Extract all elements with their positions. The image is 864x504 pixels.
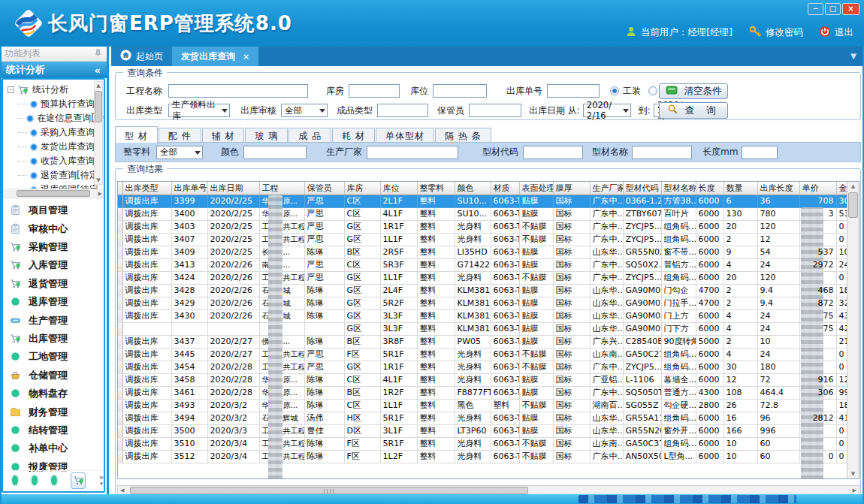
- cell[interactable]: 4: [724, 309, 757, 322]
- cell[interactable]: C区: [344, 373, 380, 386]
- cell[interactable]: 6063-T5: [491, 220, 519, 233]
- cell[interactable]: 60: [757, 450, 799, 463]
- cell[interactable]: 陈琳: [304, 450, 344, 463]
- sidebar-item-label[interactable]: 入库管理: [29, 258, 68, 272]
- cell[interactable]: 门拉手...: [661, 297, 696, 309]
- cell[interactable]: 国标: [553, 207, 590, 220]
- tree-item-label[interactable]: 发货出库查询: [41, 140, 95, 153]
- cell[interactable]: GA50C27: [623, 348, 661, 361]
- sidebar-item[interactable]: 项目管理: [3, 201, 104, 219]
- column-header[interactable]: 库房: [344, 182, 380, 195]
- cell[interactable]: 2020/3/2: [207, 399, 259, 412]
- cell[interactable]: 6063-T5: [491, 207, 519, 220]
- sidebar-item-label[interactable]: 仓储管理: [29, 369, 68, 382]
- bullet-icon[interactable]: [30, 158, 38, 165]
- column-header[interactable]: 出库类型: [122, 182, 171, 195]
- cell[interactable]: 6000: [696, 437, 724, 450]
- cell[interactable]: 广东中...: [590, 258, 623, 271]
- tree-item-label[interactable]: 收货入库查询: [41, 155, 95, 167]
- column-header[interactable]: 数量: [724, 182, 757, 195]
- cell[interactable]: 2812: [799, 412, 836, 424]
- cell[interactable]: 6000: [696, 220, 724, 233]
- cell[interactable]: 2020/2/26: [207, 284, 259, 297]
- cell[interactable]: 4: [724, 258, 757, 271]
- cell[interactable]: 国标: [553, 361, 590, 373]
- cell[interactable]: 2020/2/28: [207, 361, 259, 373]
- factory-input[interactable]: [367, 146, 458, 159]
- cell[interactable]: 不贴膜: [519, 450, 553, 463]
- column-header[interactable]: 长度: [696, 182, 724, 195]
- column-header[interactable]: 整零料: [417, 182, 455, 195]
- cell[interactable]: D区: [344, 424, 380, 437]
- cell[interactable]: 整料: [417, 348, 455, 361]
- color-input[interactable]: [243, 146, 307, 159]
- cell[interactable]: B区: [344, 335, 380, 348]
- cell[interactable]: 72.8: [757, 399, 799, 412]
- circle-icon[interactable]: [10, 351, 22, 363]
- cell[interactable]: SQ5050T20: [623, 386, 661, 399]
- cell[interactable]: 6000: [696, 207, 724, 220]
- tree-item-label[interactable]: 退货查询[待定]: [41, 169, 101, 182]
- tab-close-icon[interactable]: ×: [243, 52, 249, 62]
- sidebar-item-label[interactable]: 退库管理: [29, 295, 68, 309]
- cell[interactable]: PW05: [455, 335, 491, 348]
- cell[interactable]: L型角...: [661, 450, 696, 463]
- cell[interactable]: 门上方: [661, 309, 696, 322]
- cell[interactable]: 国标: [553, 220, 590, 233]
- category-tab[interactable]: 成 品: [289, 128, 331, 142]
- cell[interactable]: C区: [344, 207, 380, 220]
- clear-conditions-button[interactable]: 清空条件: [659, 83, 728, 99]
- cell[interactable]: 3407: [171, 233, 207, 246]
- cell[interactable]: 6063-T5: [491, 271, 519, 284]
- cell[interactable]: 1R2F: [380, 386, 417, 399]
- cell[interactable]: 国标: [553, 412, 590, 424]
- cell[interactable]: 3409: [171, 246, 207, 258]
- cell[interactable]: 468: [799, 284, 836, 297]
- cell[interactable]: 90度转角: [661, 335, 696, 348]
- cell[interactable]: [799, 424, 836, 437]
- scroll-thumb[interactable]: [848, 192, 858, 218]
- column-header[interactable]: 型材名称: [661, 182, 696, 195]
- tab-shipment-query[interactable]: 发货出库查询 ×: [172, 47, 258, 66]
- order-no-input[interactable]: [547, 84, 600, 98]
- cell[interactable]: 6063-T5: [491, 246, 519, 258]
- cell[interactable]: [799, 271, 836, 284]
- cell[interactable]: 2: [724, 233, 757, 246]
- cell[interactable]: 4: [724, 348, 757, 361]
- bullet-icon[interactable]: [30, 129, 38, 137]
- cell[interactable]: 整料: [417, 195, 455, 207]
- out-type-select[interactable]: 生产领料出库: [168, 104, 230, 117]
- cell[interactable]: 整料: [417, 437, 455, 450]
- cell[interactable]: 严思: [304, 233, 344, 246]
- sidebar-item-label[interactable]: 财务管理: [29, 406, 68, 419]
- cell[interactable]: 166: [724, 424, 757, 437]
- scroll-thumb[interactable]: [17, 190, 90, 197]
- cell[interactable]: 3430: [171, 309, 207, 322]
- cell[interactable]: 贴膜: [519, 258, 553, 271]
- sidebar-item[interactable]: 结转管理: [3, 421, 104, 439]
- cell[interactable]: ZYCJP5...: [623, 220, 661, 233]
- cell[interactable]: 组角码...: [661, 220, 696, 233]
- cell[interactable]: SU10...: [455, 207, 491, 220]
- tree-item[interactable]: 在途信息查询[待: [3, 111, 104, 125]
- cell[interactable]: 国标: [553, 437, 590, 450]
- cell[interactable]: 调拨出库: [122, 309, 171, 322]
- cell[interactable]: [304, 322, 344, 335]
- grid-header-row[interactable]: 出库类型出库单号出库日期工程保管员库房库位整零料颜色材质表面处理膜厚生产厂家型材…: [118, 182, 859, 195]
- cell[interactable]: 4L1F: [380, 207, 417, 220]
- cell[interactable]: 6: [724, 195, 757, 207]
- cell[interactable]: 光身料: [455, 412, 491, 424]
- cell[interactable]: 2020/3/2: [207, 412, 259, 424]
- cell[interactable]: 24: [757, 309, 799, 322]
- cell[interactable]: 严思: [304, 348, 344, 361]
- table-row[interactable]: 调拨出库35102020/3/4工共工程陈琳F区5R1F整料光身料6063-T5…: [118, 437, 859, 450]
- cell[interactable]: 2: [724, 284, 757, 297]
- tree-root-label[interactable]: 统计分析: [32, 83, 68, 96]
- cell[interactable]: 山东华...: [590, 309, 623, 322]
- cell[interactable]: 严思: [304, 207, 344, 220]
- cell[interactable]: 组角码...: [661, 233, 696, 246]
- cell[interactable]: B区: [344, 246, 380, 258]
- cell[interactable]: 6000: [696, 195, 724, 207]
- sidebar-item[interactable]: 退货管理: [3, 275, 104, 293]
- cell[interactable]: [799, 220, 836, 233]
